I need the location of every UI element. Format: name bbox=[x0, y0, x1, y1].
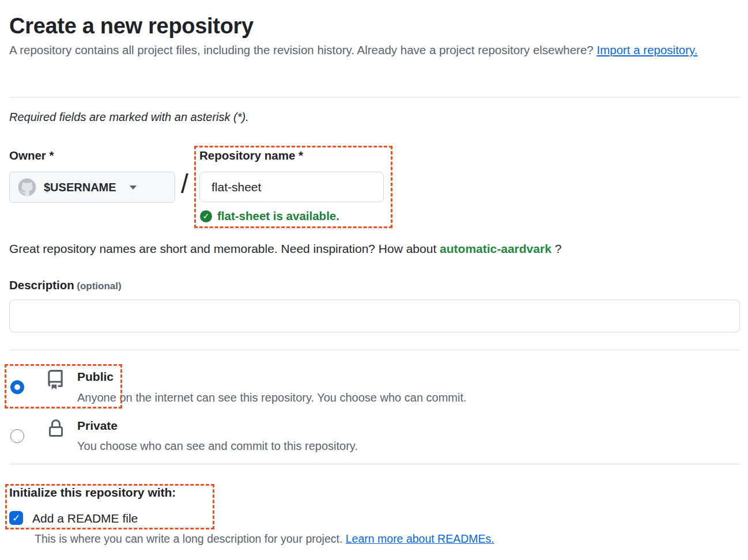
owner-dropdown-button[interactable]: $USERNAME bbox=[9, 172, 175, 203]
owner-value: $USERNAME bbox=[44, 181, 116, 194]
required-fields-note: Required fields are marked with an aster… bbox=[9, 111, 249, 124]
repository-name-label: Repository name * bbox=[199, 149, 303, 162]
lock-icon bbox=[47, 419, 65, 438]
public-option-description: Anyone on the internet can see this repo… bbox=[77, 391, 467, 404]
intro-text: A repository contains all project files,… bbox=[9, 43, 596, 56]
description-label: Description bbox=[9, 278, 74, 292]
suggested-repo-name: automatic-aardvark bbox=[440, 242, 551, 255]
header-divider bbox=[9, 97, 740, 97]
name-inspiration-line: Great repository names are short and mem… bbox=[9, 242, 561, 256]
check-circle-icon: ✓ bbox=[200, 210, 212, 222]
initialize-heading: Initialize this repository with: bbox=[9, 486, 176, 500]
readme-help-text-body: This is where you can write a long descr… bbox=[35, 532, 346, 545]
owner-repo-separator: / bbox=[181, 168, 188, 199]
create-repository-page: Create a new repository A repository con… bbox=[0, 0, 748, 560]
chevron-down-icon bbox=[130, 186, 137, 190]
readme-help-text: This is where you can write a long descr… bbox=[35, 532, 494, 546]
availability-text: flat-sheet is available. bbox=[217, 209, 339, 223]
import-repository-link[interactable]: Import a repository. bbox=[596, 43, 697, 56]
inspiration-text-after: ? bbox=[551, 242, 562, 255]
github-mark-icon bbox=[18, 179, 36, 196]
private-option-label[interactable]: Private bbox=[77, 419, 118, 433]
description-input[interactable] bbox=[9, 300, 740, 332]
readme-checkbox-label[interactable]: Add a README file bbox=[32, 512, 138, 525]
initialize-section-divider bbox=[9, 464, 740, 464]
repo-book-icon bbox=[46, 370, 65, 389]
repository-name-input[interactable] bbox=[199, 172, 384, 202]
public-radio[interactable] bbox=[10, 380, 24, 394]
inspiration-text-before: Great repository names are short and mem… bbox=[9, 242, 440, 255]
description-optional-hint: (optional) bbox=[77, 281, 121, 292]
description-label-row: Description (optional) bbox=[9, 278, 122, 292]
readme-checkbox[interactable]: ✓ bbox=[9, 511, 23, 525]
intro-paragraph: A repository contains all project files,… bbox=[9, 39, 701, 61]
owner-label: Owner * bbox=[9, 149, 54, 162]
private-radio[interactable] bbox=[10, 429, 24, 443]
visibility-section-divider bbox=[9, 350, 740, 350]
availability-message: ✓ flat-sheet is available. bbox=[200, 209, 339, 223]
public-option-label[interactable]: Public bbox=[77, 370, 114, 384]
private-option-description: You choose who can see and commit to thi… bbox=[77, 440, 358, 453]
avatar bbox=[18, 178, 36, 196]
learn-more-readmes-link[interactable]: Learn more about READMEs. bbox=[346, 532, 494, 545]
page-title: Create a new repository bbox=[9, 14, 254, 39]
